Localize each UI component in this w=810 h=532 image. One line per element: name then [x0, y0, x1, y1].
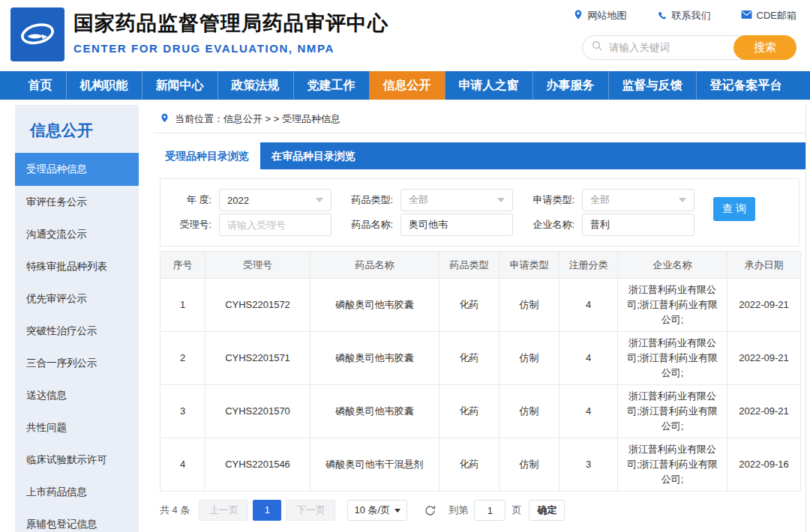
- tab-accepted-catalog[interactable]: 受理品种目录浏览: [154, 142, 260, 169]
- sidebar-item-communication[interactable]: 沟通交流公示: [15, 218, 139, 250]
- col-header-reg-class: 注册分类: [560, 252, 618, 279]
- sidebar-item-three-in-one[interactable]: 三合一序列公示: [15, 347, 139, 379]
- search-icon: [592, 40, 603, 55]
- cell-drug-type: 化药: [440, 332, 500, 385]
- nav-item-services[interactable]: 办事服务: [532, 71, 608, 100]
- cell-reg-class: 3: [560, 438, 618, 492]
- company-input[interactable]: [582, 214, 694, 236]
- year-label: 年 度:: [162, 193, 212, 207]
- next-page-button[interactable]: 下一页: [286, 500, 335, 521]
- sidebar-item-special-approval[interactable]: 特殊审批品种列表: [15, 250, 139, 282]
- search-input[interactable]: [603, 42, 734, 53]
- confirm-button[interactable]: 确定: [529, 500, 565, 521]
- chevron-down-icon: [497, 198, 505, 202]
- year-select[interactable]: 2022: [219, 189, 332, 211]
- cde-emblem-icon: [16, 11, 59, 58]
- mail-icon: [741, 10, 752, 22]
- col-header-company: 企业名称: [618, 252, 728, 279]
- chevron-down-icon: [679, 198, 686, 202]
- nav-item-party[interactable]: 党建工作: [293, 71, 369, 100]
- nav-item-info-disclosure[interactable]: 信息公开: [369, 71, 445, 100]
- prev-page-button[interactable]: 上一页: [199, 500, 248, 521]
- query-button[interactable]: 查 询: [713, 197, 755, 221]
- sidebar-item-breakthrough-therapy[interactable]: 突破性治疗公示: [15, 315, 139, 347]
- cell-index: 4: [160, 438, 206, 492]
- cell-reg-class: 4: [560, 385, 618, 438]
- nav-item-registration-platform[interactable]: 登记备案平台: [696, 71, 796, 100]
- table-row: 1 CYHS2201572 磷酸奥司他韦胶囊 化药 仿制 4 浙江普利药业有限公…: [160, 279, 801, 332]
- cell-reg-class: 4: [560, 279, 618, 332]
- sitemap-link[interactable]: 网站地图: [573, 9, 627, 22]
- drug-type-filter: 药品类型: 全部: [344, 189, 513, 211]
- cell-drug-type: 化药: [440, 438, 500, 492]
- main-nav: 首页 机构职能 新闻中心 政策法规 党建工作 信息公开 申请人之窗 办事服务 监…: [0, 71, 810, 100]
- search-button[interactable]: 搜索: [734, 35, 796, 60]
- site-search: 搜索: [582, 35, 796, 60]
- sidebar-item-accepted-varieties[interactable]: 受理品种信息: [15, 153, 139, 186]
- breadcrumb: 当前位置：信息公开 > > 受理品种信息: [154, 105, 806, 133]
- table-row: 4 CYHS2201546 磷酸奥司他韦干混悬剂 化药 仿制 3 浙江普利药业有…: [160, 438, 801, 492]
- cell-date: 2022-09-21: [728, 279, 801, 332]
- cell-drug-name: 磷酸奥司他韦胶囊: [310, 385, 440, 438]
- cell-index: 3: [160, 385, 206, 438]
- sidebar: 信息公开 受理品种信息 审评任务公示 沟通交流公示 特殊审批品种列表 优先审评公…: [15, 105, 139, 532]
- breadcrumb-text: 当前位置：信息公开 > > 受理品种信息: [175, 112, 340, 126]
- refresh-icon[interactable]: [424, 504, 436, 517]
- sidebar-item-marketed-drugs[interactable]: 上市药品信息: [15, 476, 139, 508]
- map-pin-icon: [573, 9, 584, 22]
- col-header-index: 序号: [160, 252, 206, 279]
- drug-name-label: 药品名称:: [344, 218, 393, 232]
- sidebar-item-review-tasks[interactable]: 审评任务公示: [15, 186, 139, 218]
- cell-date: 2022-09-21: [728, 385, 801, 438]
- accept-no-label: 受理号:: [162, 218, 212, 232]
- accept-no-input[interactable]: [219, 214, 332, 236]
- sidebar-item-clinical-trial-license[interactable]: 临床试验默示许可: [15, 444, 139, 476]
- chevron-down-icon: [394, 509, 400, 513]
- site-title-block: 国家药品监督管理局药品审评中心 CENTER FOR DRUG EVALUATI…: [74, 10, 388, 55]
- drug-name-input[interactable]: [400, 214, 513, 236]
- cell-date: 2022-09-21: [728, 332, 801, 385]
- drug-type-select[interactable]: 全部: [400, 189, 513, 211]
- nav-item-news[interactable]: 新闻中心: [142, 71, 218, 100]
- cde-logo: [10, 7, 64, 61]
- cell-accept-no: CYHS2201546: [206, 438, 310, 492]
- col-header-accept-no: 受理号: [206, 252, 310, 279]
- tab-bar: 受理品种目录浏览 在审品种目录浏览: [154, 142, 806, 169]
- cell-company: 浙江普利药业有限公司;浙江普利药业有限公司;: [618, 332, 728, 385]
- sidebar-item-excipient-registration[interactable]: 原辅包登记信息: [15, 508, 139, 532]
- apply-type-select[interactable]: 全部: [582, 189, 694, 211]
- cell-apply-type: 仿制: [500, 438, 560, 492]
- cell-drug-type: 化药: [440, 385, 500, 438]
- filter-row-1: 年 度: 2022 药品类型: 全部 申请类型: 全部: [162, 189, 799, 211]
- chevron-down-icon: [316, 198, 323, 202]
- page-size-select[interactable]: 10 条/页: [347, 500, 407, 521]
- goto-page-input[interactable]: [474, 500, 506, 521]
- nav-item-applicant[interactable]: 申请人之窗: [445, 71, 532, 100]
- sidebar-item-priority-review[interactable]: 优先审评公示: [15, 282, 139, 315]
- contact-link[interactable]: 联系我们: [657, 9, 711, 22]
- nav-item-supervision[interactable]: 监督与反馈: [608, 71, 696, 100]
- cell-company: 浙江普利药业有限公司;浙江普利药业有限公司;: [618, 438, 728, 492]
- cell-index: 2: [160, 332, 206, 385]
- cell-drug-name: 磷酸奥司他韦干混悬剂: [310, 438, 440, 492]
- page-number-button[interactable]: 1: [253, 500, 281, 521]
- mailbox-link[interactable]: CDE邮箱: [741, 9, 796, 22]
- cell-index: 1: [160, 279, 206, 332]
- table-row: 2 CYHS2201571 磷酸奥司他韦胶囊 化药 仿制 4 浙江普利药业有限公…: [160, 332, 801, 385]
- location-pin-icon: [160, 112, 170, 126]
- sidebar-item-common-issues[interactable]: 共性问题: [15, 411, 139, 444]
- nav-item-policies[interactable]: 政策法规: [218, 71, 293, 100]
- phone-icon: [657, 10, 668, 22]
- site-title: 国家药品监督管理局药品审评中心: [74, 10, 388, 37]
- cell-accept-no: CYHS2201572: [206, 279, 310, 332]
- company-filter: 企业名称:: [525, 214, 694, 236]
- col-header-apply-type: 申请类型: [500, 252, 560, 279]
- sidebar-item-delivery-info[interactable]: 送达信息: [15, 379, 139, 411]
- site-subtitle: CENTER FOR DRUG EVALUATION, NMPA: [74, 42, 388, 55]
- year-filter: 年 度: 2022: [162, 189, 332, 211]
- nav-item-home[interactable]: 首页: [15, 71, 66, 100]
- goto-unit: 页: [512, 504, 521, 517]
- tab-under-review-catalog[interactable]: 在审品种目录浏览: [260, 142, 367, 169]
- cell-reg-class: 4: [560, 332, 618, 385]
- nav-item-functions[interactable]: 机构职能: [66, 71, 142, 100]
